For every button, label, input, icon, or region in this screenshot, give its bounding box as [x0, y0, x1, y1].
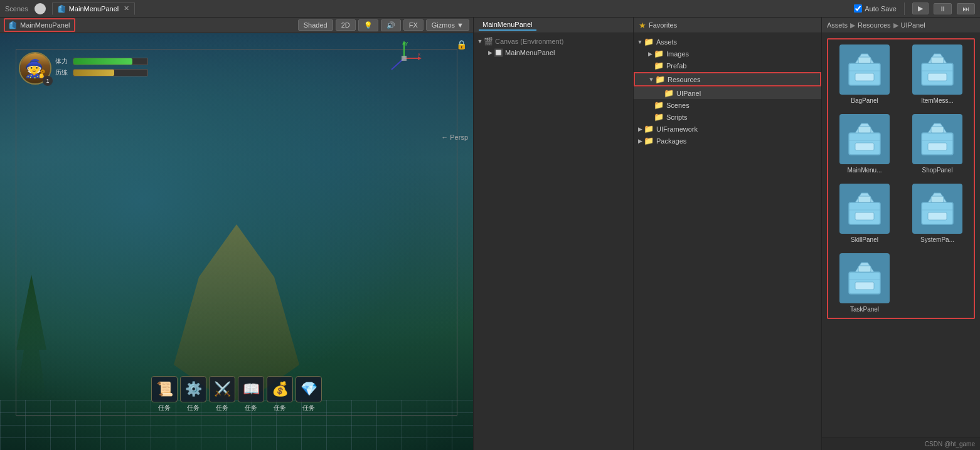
bottom-toolbar: 📜 任务 ⚙️ 任务 ⚔️ 任务 📖 任务 [151, 376, 322, 412]
close-icon[interactable]: ✕ [124, 4, 129, 13]
star-icon: ★ [639, 21, 646, 30]
asset-item-itemmess[interactable]: ItemMess... [903, 42, 971, 107]
hp-label: 体力 [55, 57, 70, 66]
toolbar-icon-1: ⚙️ [180, 376, 206, 402]
asset-item-skillpanel[interactable]: SkillPanel [831, 181, 898, 246]
svg-rect-16 [858, 57, 871, 63]
tree-toggle-canvas[interactable]: ▼ [476, 38, 484, 45]
tree-item-canvas[interactable]: ▼ 🎬 Canvas (Environment) [474, 36, 633, 47]
folder-uipanel[interactable]: 📁 UIPanel [634, 87, 821, 99]
scene-panel: MainMenuPanel Shaded 2D 💡 🔊 FX Gizmos ▼ [0, 18, 474, 450]
favorites-bar: ★ Favorites [634, 18, 821, 33]
exp-bar-fill [73, 70, 114, 76]
asset-icon-wrap-systempa [912, 184, 962, 234]
folder-resources[interactable]: ▼ 📁 Resources [634, 72, 821, 86]
asset-item-mainmenu[interactable]: MainMenu... [831, 112, 898, 176]
folder-uiframework[interactable]: ▶ 📁 UIFramework [634, 123, 821, 135]
lights-btn[interactable]: 💡 [358, 19, 378, 31]
asset-item-systempa[interactable]: SystemPa... [903, 181, 971, 246]
folder-icon-images: 📁 [654, 49, 664, 58]
tree-toggle-packages[interactable]: ▶ [636, 137, 644, 145]
svg-rect-31 [931, 127, 944, 133]
asset-icon-wrap-taskpanel [839, 253, 890, 303]
hp-bar-row: 体力 [55, 57, 148, 66]
folder-label-scenes: Scenes [666, 102, 690, 109]
tree-toggle-uiframework[interactable]: ▶ [636, 125, 644, 133]
folder-scenes[interactable]: 📁 Scenes [634, 99, 821, 111]
toolbar-item-2[interactable]: ⚔️ 任务 [209, 376, 235, 412]
assets-selection-border: BagPanel Item [827, 38, 975, 319]
asset-label-skillpanel: SkillPanel [851, 236, 878, 243]
character-frame: 🧙 1 体力 历练 [19, 52, 148, 85]
scene-view[interactable]: 🔒 y x [0, 33, 473, 450]
hierarchy-content: ▼ 🎬 Canvas (Environment) ▶ 🔲 MainMenuPan… [474, 33, 633, 450]
tree-toggle-prefab [646, 62, 654, 70]
svg-rect-46 [858, 266, 871, 272]
hierarchy-tab[interactable]: MainMenuPanel [479, 19, 536, 31]
asset-icon-taskpanel [846, 259, 883, 297]
toolbar-item-0[interactable]: 📜 任务 [151, 376, 178, 412]
tree-icon-canvas: 🎬 [484, 37, 493, 46]
tree-toggle-images[interactable]: ▶ [646, 50, 654, 58]
toolbar-item-3[interactable]: 📖 任务 [238, 376, 264, 412]
fx-btn[interactable]: FX [403, 19, 423, 31]
project-panel: ★ Favorites ▼ 📁 Assets ▶ 📁 Images 📁 Pref… [634, 18, 822, 450]
hp-bar-fill [73, 58, 132, 65]
autosave-checkbox[interactable] [854, 4, 862, 13]
breadcrumb-uipanel[interactable]: UIPanel [901, 21, 925, 29]
toolbar-item-4[interactable]: 💰 任务 [267, 376, 293, 412]
toolbar-icon-2: ⚔️ [209, 376, 235, 402]
breadcrumb-resources[interactable]: Resources [858, 21, 891, 29]
asset-label-systempa: SystemPa... [920, 236, 954, 243]
active-tab[interactable]: MainMenuPanel ✕ [52, 3, 136, 15]
assets-grid: BagPanel Item [831, 42, 971, 315]
folder-assets[interactable]: ▼ 📁 Assets [634, 36, 821, 48]
toolbar-item-label-0: 任务 [158, 404, 171, 412]
hierarchy-panel: MainMenuPanel ▼ 🎬 Canvas (Environment) ▶… [474, 18, 634, 450]
tree-icon-mainmenu: 🔲 [494, 48, 503, 57]
favorites-label: Favorites [649, 21, 677, 29]
scene-tab[interactable]: MainMenuPanel [4, 18, 75, 32]
shaded-btn[interactable]: Shaded [298, 19, 333, 31]
play-btn[interactable]: ▶ [912, 3, 929, 14]
folder-prefab[interactable]: 📁 Prefab [634, 60, 821, 71]
game-ui: 🧙 1 体力 历练 [19, 52, 148, 85]
scenes-label[interactable]: Scenes [5, 5, 28, 13]
tree-item-mainmenu[interactable]: ▶ 🔲 MainMenuPanel [474, 47, 633, 58]
tree-toggle-scripts [646, 113, 654, 121]
scene-background: 🔒 y x [0, 33, 473, 450]
asset-icon-wrap-itemmess [912, 44, 962, 95]
step-btn[interactable]: ⏭ [957, 3, 975, 14]
asset-item-bagpanel[interactable]: BagPanel [831, 42, 898, 107]
asset-item-shoppanel[interactable]: ShopPanel [903, 112, 971, 176]
svg-rect-43 [928, 212, 947, 220]
scene-canvas-border [16, 49, 457, 416]
audio-btn[interactable]: 🔊 [381, 19, 401, 31]
scene-toolbar: MainMenuPanel Shaded 2D 💡 🔊 FX Gizmos ▼ [0, 18, 473, 33]
svg-rect-23 [928, 73, 947, 81]
toolbar-item-5[interactable]: 💎 任务 [296, 376, 322, 412]
asset-item-taskpanel[interactable]: TaskPanel [831, 251, 898, 315]
gizmo-svg: y x [385, 39, 423, 77]
svg-text:y: y [405, 40, 408, 46]
2d-btn[interactable]: 2D [336, 19, 356, 31]
pause-btn[interactable]: ⏸ [934, 3, 952, 14]
char-portrait-wrap: 🧙 1 [19, 52, 51, 85]
hp-bar-bg [73, 58, 148, 65]
folder-images[interactable]: ▶ 📁 Images [634, 48, 821, 60]
scene-cube-icon [9, 21, 18, 29]
asset-icon-skillpanel [846, 190, 883, 228]
breadcrumb-assets[interactable]: Assets [827, 21, 848, 29]
tree-toggle-mainmenu[interactable]: ▶ [486, 49, 494, 56]
toolbar-icon-4: 💰 [267, 376, 293, 402]
tree-toggle-uipanel [656, 90, 664, 97]
folder-scripts[interactable]: 📁 Scripts [634, 111, 821, 123]
gizmos-btn[interactable]: Gizmos ▼ [426, 19, 469, 31]
folder-label-uiframework: UIFramework [656, 125, 698, 133]
toolbar-item-1[interactable]: ⚙️ 任务 [180, 376, 206, 412]
svg-rect-13 [402, 56, 407, 61]
tree-label-mainmenu: MainMenuPanel [505, 49, 555, 56]
tree-toggle-assets[interactable]: ▼ [636, 38, 644, 46]
tree-toggle-resources[interactable]: ▼ [647, 76, 655, 83]
folder-packages[interactable]: ▶ 📁 Packages [634, 135, 821, 147]
